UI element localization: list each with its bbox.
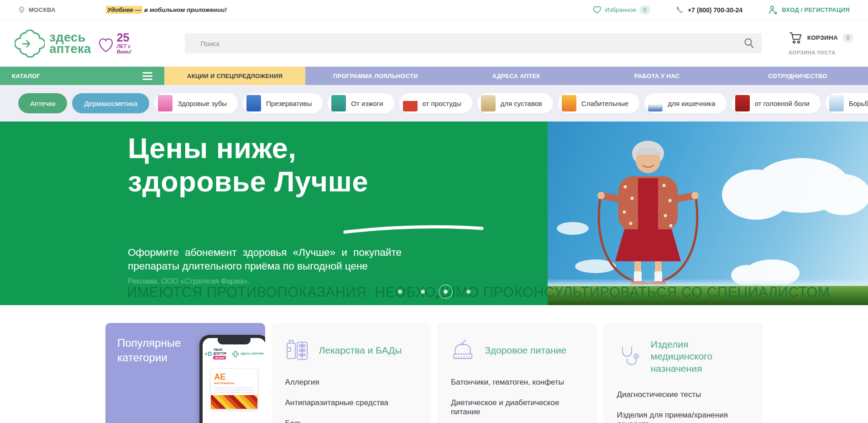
search-input[interactable] <box>185 33 761 53</box>
favorites-count-badge: 0 <box>639 5 650 15</box>
zdes-apteka-mini-logo: здесь аптека <box>232 351 263 357</box>
jumping-grandmother-image <box>580 134 716 294</box>
chip-arthritis[interactable]: Борьба с артритом <box>826 93 868 113</box>
mobile-app-promo[interactable]: Удобнее — в мобильном приложении! <box>106 6 227 13</box>
category-card-medical-products: Изделия медицинского назначения Диагност… <box>603 323 763 423</box>
chip-label: Слабительные <box>581 100 628 107</box>
carousel-dot-4[interactable] <box>466 290 471 294</box>
chip-label: Здоровые зубы <box>178 100 227 107</box>
promo-rest: в мобильном приложении! <box>142 6 227 13</box>
pills-blister-icon <box>285 338 309 362</box>
search-icon <box>743 37 754 48</box>
support-phone[interactable]: +7 (800) 700-30-24 <box>676 6 743 14</box>
category-link[interactable]: Изделия для приема/хранения лекарств <box>617 411 749 423</box>
chip-first-aid-kits[interactable]: Аптечки <box>18 93 67 113</box>
category-card-medicines: Лекарства и БАДы Аллергия Антипаразитарн… <box>272 323 431 423</box>
city-selector[interactable]: МОСКВА <box>18 6 56 14</box>
chip-laxatives[interactable]: Слабительные <box>558 93 639 113</box>
search-bar <box>185 33 761 53</box>
nav-pharmacy-addresses[interactable]: АДРЕСА АПТЕК <box>446 67 586 85</box>
phone-number: +7 (800) 700-30-24 <box>688 6 743 14</box>
product-thumbnail <box>331 95 346 111</box>
login-registration-link[interactable]: ВХОД / РЕГИСТРАЦИЯ <box>768 5 850 15</box>
heart-hands-icon <box>97 35 115 55</box>
city-name: МОСКВА <box>29 6 56 13</box>
chip-joints[interactable]: для суставов <box>477 93 553 113</box>
hero-photo <box>548 122 868 305</box>
chip-healthy-teeth[interactable]: Здоровые зубы <box>154 93 238 113</box>
favorites-link[interactable]: Избранное 0 <box>593 5 650 15</box>
phone-mockup: +D ТВОИ ДОКТОР аптека здесь аптека <box>199 335 265 423</box>
chip-condoms[interactable]: Презервативы <box>243 93 323 113</box>
apple-icon <box>451 338 475 362</box>
site-logo[interactable]: здесь аптека 25 ЛЕТ с Вами! <box>15 26 143 61</box>
category-link[interactable]: Антипаразитарные средства <box>285 398 418 407</box>
heart-icon <box>593 6 601 14</box>
hero-banner[interactable]: Цены ниже, здоровье Лучше Оформите абоне… <box>0 122 868 305</box>
cart-button[interactable]: КОРЗИНА 0 <box>789 32 853 44</box>
hero-subtitle: Оформите абонемент здоровья «Лучше» и по… <box>128 246 402 273</box>
product-thumbnail <box>735 95 750 111</box>
popular-categories-card[interactable]: Популярные категории +D ТВОИ ДОКТОР апте… <box>105 323 265 423</box>
stethoscope-icon <box>617 344 641 368</box>
vitamins-title: АЕ <box>214 373 254 381</box>
nav-cooperation-label: СОТРУДНИЧЕСТВО <box>768 73 827 79</box>
mini-cross-icon <box>232 351 239 357</box>
favorites-label: Избранное <box>605 6 636 13</box>
auth-label: ВХОД / РЕГИСТРАЦИЯ <box>782 6 850 13</box>
location-pin-icon <box>18 6 25 14</box>
category-link[interactable]: Аллергия <box>285 378 418 387</box>
product-thumbnail <box>158 95 173 111</box>
tvoy-doktor-logo: +D ТВОИ ДОКТОР аптека <box>204 348 229 360</box>
category-link[interactable]: Батончики, гематоген, конфеты <box>451 378 583 387</box>
nav-promotions[interactable]: АКЦИИ И СПЕЦПРЕДЛОЖЕНИЯ <box>164 67 305 85</box>
nav-catalog[interactable]: КАТАЛОГ <box>0 67 164 85</box>
chip-label: Аптечки <box>30 100 55 107</box>
tvoy-doktor-plus: +D <box>204 350 212 357</box>
nav-cooperation[interactable]: СОТРУДНИЧЕСТВО <box>727 67 868 85</box>
chip-label: для кишечника <box>668 100 715 107</box>
cart-count-badge: 0 <box>842 33 853 42</box>
category-cards-section: Популярные категории +D ТВОИ ДОКТОР апте… <box>105 323 763 423</box>
tvoy-doktor-name: ТВОИ ДОКТОР <box>213 348 229 355</box>
chip-label: Борьба с артритом <box>849 100 868 107</box>
category-link[interactable]: Боль <box>285 419 418 423</box>
carousel-dot-1[interactable] <box>398 290 402 294</box>
chip-label: От изжоги <box>351 100 383 107</box>
hero-title: Цены ниже, здоровье Лучше <box>128 132 368 198</box>
chip-dermacosmetics[interactable]: Дермакосметика <box>72 93 149 113</box>
carousel-dot-3-active[interactable] <box>444 290 448 294</box>
top-bar: МОСКВА Удобнее — в мобильном приложении!… <box>0 0 868 20</box>
zdes-apteka-name: здесь аптека <box>240 352 263 356</box>
chip-heartburn[interactable]: От изжоги <box>328 93 394 113</box>
nav-catalog-label: КАТАЛОГ <box>12 73 40 79</box>
nav-jobs[interactable]: РАБОТА У НАС <box>586 67 727 85</box>
carousel-dot-2[interactable] <box>421 290 425 294</box>
cart-icon <box>789 32 803 44</box>
chip-label: Презервативы <box>266 100 312 107</box>
chip-cold[interactable]: от простуды <box>399 93 472 113</box>
cart-status: КОРЗИНА ПУСТА <box>789 50 853 55</box>
hero-title-line1: Цены ниже, <box>128 132 368 165</box>
search-button[interactable] <box>743 37 755 50</box>
hamburger-menu-icon <box>142 72 152 80</box>
nav-loyalty-program[interactable]: ПРОГРАММА ЛОЯЛЬНОСТИ <box>305 67 446 85</box>
category-card-title[interactable]: Здоровое питание <box>485 344 566 356</box>
category-link[interactable]: Диетическое и диабетическое питание <box>451 398 583 417</box>
phone-notch <box>218 338 251 344</box>
chip-headache[interactable]: от головной боли <box>732 93 821 113</box>
anniversary-logo: 25 ЛЕТ с Вами! <box>97 32 143 55</box>
cart-label: КОРЗИНА <box>807 34 838 41</box>
logo-line-2: аптека <box>49 43 91 55</box>
category-link[interactable]: Диагностические тесты <box>617 390 749 399</box>
product-thumbnail <box>246 95 261 111</box>
hero-title-line2: здоровье Лучше <box>128 165 368 198</box>
product-thumbnail <box>648 95 663 111</box>
chip-label: Дермакосметика <box>84 100 137 107</box>
carousel-dots <box>0 290 868 294</box>
category-card-title[interactable]: Изделия медицинского назначения <box>651 338 749 375</box>
vitamins-product-image: АЕ витамины <box>210 369 258 409</box>
category-card-title[interactable]: Лекарства и БАДы <box>319 344 402 356</box>
chip-intestines[interactable]: для кишечника <box>644 93 726 113</box>
phone-icon <box>676 6 684 14</box>
